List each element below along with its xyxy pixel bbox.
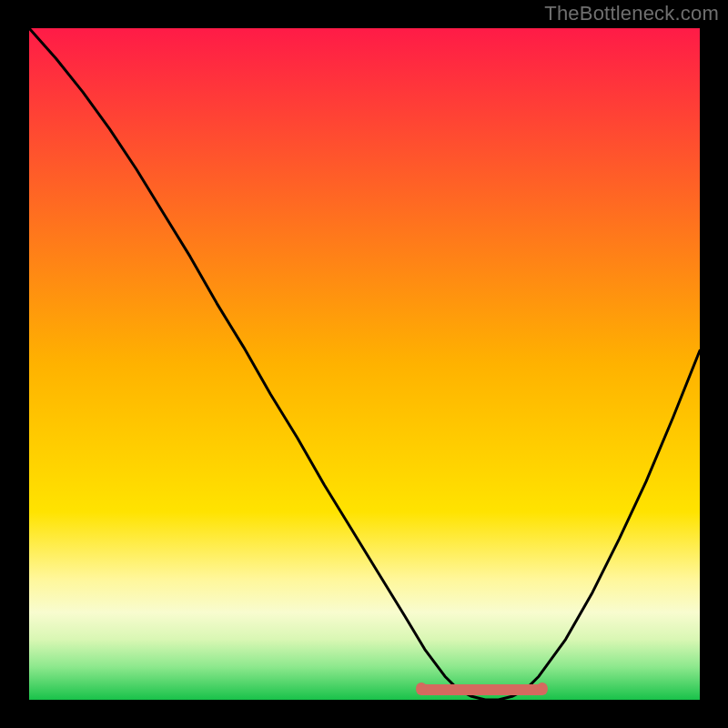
chart-canvas: TheBottleneck.com (0, 0, 728, 728)
svg-rect-1 (29, 28, 700, 700)
optimal-range-start-cap (416, 682, 427, 693)
optimal-range-end-cap (537, 682, 548, 693)
watermark-label: TheBottleneck.com (544, 4, 719, 24)
chart-svg (0, 0, 728, 728)
